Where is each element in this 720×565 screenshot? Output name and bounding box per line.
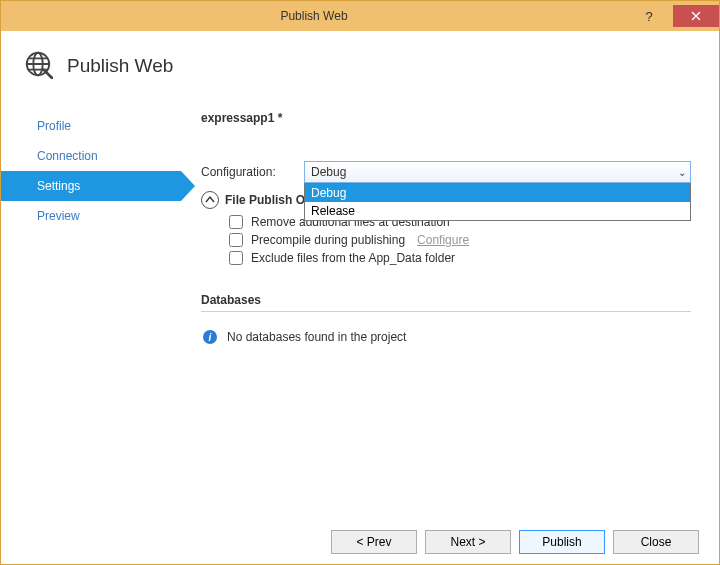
check-precompile[interactable]: Precompile during publishing Configure xyxy=(229,233,691,247)
sidebar-item-connection[interactable]: Connection xyxy=(37,141,181,171)
check-remove-files-box[interactable] xyxy=(229,215,243,229)
sidebar-item-profile[interactable]: Profile xyxy=(37,111,181,141)
check-precompile-label: Precompile during publishing xyxy=(251,233,405,247)
configuration-option-release[interactable]: Release xyxy=(305,202,690,220)
databases-none-row: i No databases found in the project xyxy=(203,330,691,344)
close-icon xyxy=(691,7,701,25)
dialog-header: Publish Web xyxy=(1,31,719,107)
configuration-label: Configuration: xyxy=(201,165,296,179)
check-exclude-appdata[interactable]: Exclude files from the App_Data folder xyxy=(229,251,691,265)
configuration-option-debug[interactable]: Debug xyxy=(305,184,690,202)
configuration-row: Configuration: Debug ⌄ xyxy=(201,161,691,183)
check-exclude-appdata-label: Exclude files from the App_Data folder xyxy=(251,251,455,265)
dialog-body: Profile Connection Settings Preview expr… xyxy=(1,107,719,564)
next-button[interactable]: Next > xyxy=(425,530,511,554)
check-exclude-appdata-box[interactable] xyxy=(229,251,243,265)
chevron-down-icon: ⌄ xyxy=(678,167,686,178)
project-name: expressapp1 * xyxy=(201,107,691,125)
window-title: Publish Web xyxy=(1,9,627,23)
dialog-caption: Publish Web xyxy=(67,55,173,77)
collapse-icon xyxy=(201,191,219,209)
configuration-combobox[interactable]: Debug ⌄ xyxy=(304,161,691,183)
sidebar-item-preview[interactable]: Preview xyxy=(37,201,181,231)
databases-none-text: No databases found in the project xyxy=(227,330,406,344)
info-icon: i xyxy=(203,330,217,344)
globe-icon xyxy=(23,49,53,83)
publish-button[interactable]: Publish xyxy=(519,530,605,554)
help-button[interactable]: ? xyxy=(627,5,671,27)
configure-link[interactable]: Configure xyxy=(417,233,469,247)
publish-web-dialog: Publish Web ? Publish Web Profile Connec… xyxy=(0,0,720,565)
close-button[interactable]: Close xyxy=(613,530,699,554)
check-precompile-box[interactable] xyxy=(229,233,243,247)
sidebar: Profile Connection Settings Preview xyxy=(1,107,181,564)
sidebar-item-settings[interactable]: Settings xyxy=(1,171,181,201)
dialog-footer: < Prev Next > Publish Close xyxy=(331,530,699,554)
configuration-dropdown[interactable]: Debug Release xyxy=(304,183,691,221)
prev-button[interactable]: < Prev xyxy=(331,530,417,554)
titlebar: Publish Web ? xyxy=(1,1,719,31)
main-panel: expressapp1 * Configuration: Debug ⌄ Fil… xyxy=(181,107,719,564)
close-window-button[interactable] xyxy=(673,5,719,27)
configuration-value: Debug xyxy=(311,165,346,179)
databases-header: Databases xyxy=(201,293,691,312)
